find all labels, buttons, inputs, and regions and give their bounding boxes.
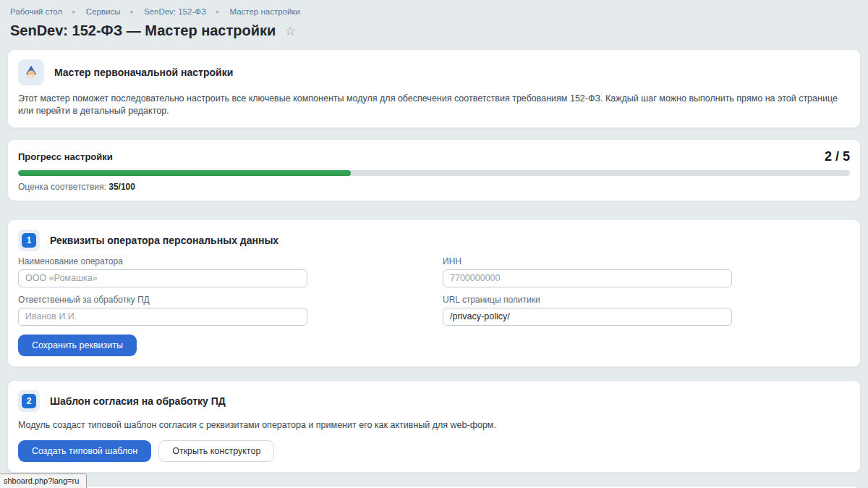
step2-description: Модуль создаст типовой шаблон согласия с… (18, 419, 850, 432)
compliance-score: Оценка соответствия: 35/100 (18, 182, 850, 192)
favorite-star-icon[interactable]: ☆ (284, 25, 296, 38)
step-number-badge: 2 (18, 390, 40, 412)
field-operator-name: Наименование оператора (18, 256, 425, 287)
policy-url-label: URL страницы политики (443, 295, 850, 305)
step-card-privacy-policy: 3 Политика обработки персональных данных… (7, 486, 861, 488)
operator-name-input[interactable] (18, 269, 307, 287)
page-title: SenDev: 152-ФЗ — Мастер настройки (10, 22, 276, 39)
operator-form: Наименование оператора ИНН Ответственный… (18, 256, 850, 326)
inn-label: ИНН (443, 256, 850, 266)
progress-counter: 2 / 5 (825, 149, 850, 164)
wizard-icon (18, 59, 44, 85)
step1-title: Реквизиты оператора персональных данных (50, 235, 278, 246)
chevron-right-icon: ▸ (72, 9, 76, 15)
step-card-consent-template: 2 Шаблон согласия на обработку ПД Модуль… (7, 380, 861, 473)
chevron-right-icon: ▸ (130, 9, 134, 15)
step-card-operator-details: 1 Реквизиты оператора персональных данны… (7, 219, 861, 367)
intro-card: Мастер первоначальной настройки Этот мас… (7, 49, 861, 128)
progress-label: Прогресс настройки (18, 151, 113, 162)
breadcrumb-item-module[interactable]: SenDev: 152-ФЗ (144, 7, 206, 16)
title-row: SenDev: 152-ФЗ — Мастер настройки ☆ (7, 16, 861, 39)
responsible-person-input[interactable] (18, 308, 307, 326)
progress-fill (18, 170, 351, 176)
intro-title: Мастер первоначальной настройки (54, 67, 233, 78)
create-template-button[interactable]: Создать типовой шаблон (18, 440, 151, 462)
inn-input[interactable] (443, 269, 732, 287)
breadcrumb-item-services[interactable]: Сервисы (86, 7, 121, 16)
field-policy-url: URL страницы политики (443, 295, 850, 326)
browser-status-tooltip: shboard.php?lang=ru (0, 474, 87, 488)
score-value: 35/100 (109, 182, 135, 192)
step2-title: Шаблон согласия на обработку ПД (50, 395, 226, 407)
progress-bar-track (18, 170, 850, 176)
intro-description: Этот мастер поможет последовательно наст… (18, 93, 850, 117)
breadcrumb: Рабочий стол ▸ Сервисы ▸ SenDev: 152-ФЗ … (7, 6, 861, 16)
breadcrumb-item-wizard[interactable]: Мастер настройки (229, 7, 299, 16)
responsible-person-label: Ответственный за обработку ПД (18, 295, 425, 305)
score-label: Оценка соответствия: (18, 182, 106, 192)
policy-url-input[interactable] (443, 308, 732, 326)
step-number-badge: 1 (18, 230, 40, 251)
field-inn: ИНН (443, 256, 850, 287)
save-details-button[interactable]: Сохранить реквизиты (18, 335, 137, 356)
open-constructor-button[interactable]: Открыть конструктор (158, 440, 274, 462)
operator-name-label: Наименование оператора (18, 256, 425, 266)
chevron-right-icon: ▸ (216, 9, 220, 15)
page: Рабочий стол ▸ Сервисы ▸ SenDev: 152-ФЗ … (0, 0, 868, 488)
breadcrumb-item-desktop[interactable]: Рабочий стол (10, 7, 62, 16)
progress-card: Прогресс настройки 2 / 5 Оценка соответс… (7, 139, 861, 201)
field-responsible-person: Ответственный за обработку ПД (18, 295, 425, 326)
